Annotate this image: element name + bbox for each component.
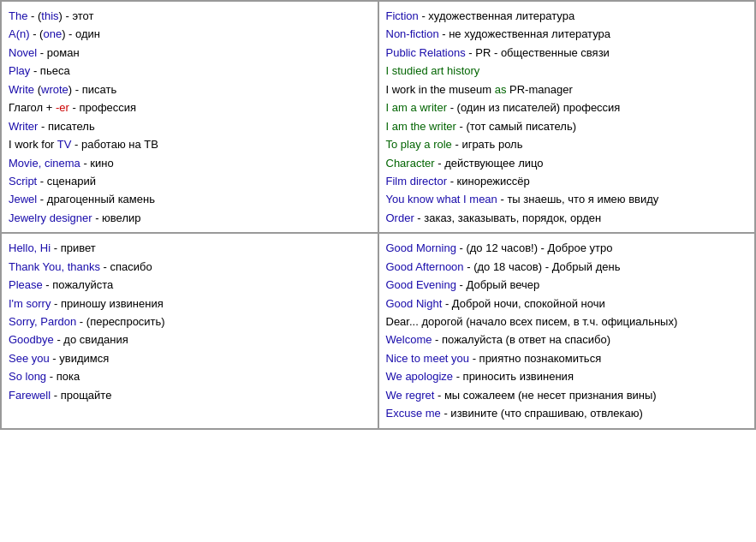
vocabulary-text: - ( (30, 27, 44, 40)
vocabulary-text: - приносить извинения (453, 370, 574, 383)
vocabulary-text: - пока (46, 370, 80, 383)
vocabulary-line: Excuse me - извините (что спрашиваю, отв… (386, 404, 748, 422)
vocabulary-text: - роман (37, 46, 79, 59)
vocabulary-line: I am the writer - (тот самый писатель) (386, 117, 748, 135)
cell-bottom-left: Hello, Hi - приветThank You, thanks - сп… (1, 233, 378, 428)
vocabulary-text: Play (9, 64, 30, 77)
vocabulary-line: Farewell - прощайте (9, 386, 371, 404)
vocabulary-text: You know what I mean (386, 193, 497, 205)
vocabulary-text: - ювелир (92, 211, 141, 224)
vocabulary-line: Jewelry designer - ювелир (9, 209, 371, 227)
vocabulary-text: Non-fiction (386, 27, 439, 40)
vocabulary-text: Writer (9, 120, 38, 133)
vocabulary-line: Play - пьеса (9, 62, 371, 80)
vocabulary-line: Goodbye - до свидания (9, 331, 371, 348)
vocabulary-text: Thank You, thanks (9, 260, 100, 273)
vocabulary-text: Hello, Hi (9, 241, 51, 254)
vocabulary-line: I studied art history (386, 62, 748, 80)
vocabulary-text: - (один из писателей) профессия (447, 101, 620, 114)
vocabulary-text: Write (9, 83, 34, 96)
vocabulary-text: - мы сожалеем (не несет признания вины) (434, 389, 656, 402)
vocabulary-text: Good Afternoon (386, 260, 464, 273)
vocabulary-text: Character (386, 157, 435, 170)
vocabulary-text: - (тот самый писатель) (456, 120, 576, 133)
vocabulary-text: Goodbye (9, 333, 54, 346)
vocabulary-line: Non-fiction - не художественная литерату… (386, 25, 748, 43)
vocabulary-text: Good Night (386, 297, 443, 310)
vocabulary-text: I am the writer (386, 120, 456, 133)
vocabulary-text: - увидимся (50, 352, 110, 365)
vocabulary-line: Order - заказ, заказывать, порядок, орде… (386, 209, 748, 227)
vocabulary-text: Fiction (386, 9, 419, 22)
vocabulary-text: as (495, 83, 507, 96)
vocabulary-text: - PR - общественные связи (466, 46, 610, 59)
vocabulary-text: - Доброй ночи, спокойной ночи (442, 297, 604, 310)
vocabulary-line: Character - действующее лицо (386, 154, 748, 172)
vocabulary-text: I work for (9, 138, 57, 151)
vocabulary-text: Movie, cinema (9, 157, 80, 170)
vocabulary-line: Sorry, Pardon - (переспросить) (9, 313, 371, 331)
vocabulary-text: - профессия (69, 101, 136, 114)
vocabulary-text: - действующее лицо (435, 157, 544, 170)
vocabulary-text: Excuse me (386, 407, 441, 420)
vocabulary-line: Writer - писатель (9, 117, 371, 135)
vocabulary-line: Hello, Hi - привет (9, 239, 371, 257)
vocabulary-text: Film director (386, 175, 448, 188)
vocabulary-text: - (до 12 часов!) - Доброе утро (456, 241, 613, 254)
vocabulary-text: - ты знаешь, что я имею ввиду (497, 193, 659, 205)
vocabulary-line: Movie, cinema - кино (9, 154, 371, 172)
vocabulary-text: ) - один (62, 27, 100, 40)
vocabulary-text: See you (9, 352, 50, 365)
vocabulary-text: - извините (что спрашиваю, отвлекаю) (441, 407, 643, 420)
vocabulary-line: Good Night - Доброй ночи, спокойной ночи (386, 295, 748, 313)
vocabulary-line: Please - пожалуйста (9, 276, 371, 294)
vocabulary-text: Good Evening (386, 278, 456, 291)
vocabulary-text: Please (9, 278, 43, 291)
vocabulary-line: I work for TV - работаю на ТВ (9, 135, 371, 153)
vocabulary-text: - не художественная литература (439, 27, 610, 40)
vocabulary-line: Good Morning - (до 12 часов!) - Доброе у… (386, 239, 748, 257)
vocabulary-line: I work in the museum as PR-manager (386, 80, 748, 98)
vocabulary-text: ) - писать (68, 83, 116, 96)
vocabulary-text: Dear... (386, 315, 419, 328)
cell-top-left: The - (this) - этотA(n) - (one) - одинNo… (1, 1, 378, 233)
vocabulary-text: - пожалуйста (43, 278, 114, 291)
vocabulary-text: - прощайте (51, 389, 111, 402)
vocabulary-text: -er (56, 101, 69, 114)
vocabulary-text: - кино (80, 157, 114, 170)
vocabulary-text: We apologize (386, 370, 454, 383)
vocabulary-line: I'm sorry - приношу извинения (9, 295, 371, 313)
vocabulary-text: this (41, 9, 58, 22)
vocabulary-text: Welcome (386, 333, 432, 346)
vocabulary-line: I am a writer - (один из писателей) проф… (386, 98, 748, 116)
vocabulary-text: - (переспросить) (76, 315, 164, 328)
vocabulary-line: You know what I mean - ты знаешь, что я … (386, 190, 748, 208)
vocabulary-text: ) - этот (59, 9, 94, 22)
vocabulary-line: We regret - мы сожалеем (не несет призна… (386, 386, 748, 404)
vocabulary-text: - писатель (38, 120, 94, 133)
vocabulary-text: - сценарий (37, 175, 96, 188)
vocabulary-line: Good Afternoon - (до 18 часов) - Добрый … (386, 258, 748, 276)
vocabulary-text: one (43, 27, 62, 40)
vocabulary-line: Nice to meet you - приятно познакомиться (386, 349, 748, 367)
vocabulary-text: Public Relations (386, 46, 466, 59)
vocabulary-text: To play a role (386, 138, 452, 151)
vocabulary-text: - Добрый вечер (456, 278, 539, 291)
vocabulary-text: - (до 18 часов) - Добрый день (464, 260, 621, 273)
vocabulary-line: Script - сценарий (9, 172, 371, 190)
vocabulary-line: Novel - роман (9, 44, 371, 62)
vocabulary-text: Nice to meet you (386, 352, 470, 365)
vocabulary-text: I work in (386, 83, 427, 96)
vocabulary-text: - спасибо (100, 260, 152, 273)
vocabulary-text: I'm sorry (9, 297, 51, 310)
vocabulary-text: - заказ, заказывать, порядок, орден (414, 211, 601, 224)
vocabulary-text: - играть роль (452, 138, 523, 151)
vocabulary-text: - драгоценный камень (37, 193, 155, 205)
vocabulary-line: See you - увидимся (9, 349, 371, 367)
vocabulary-line: Film director - кинорежиссёр (386, 172, 748, 190)
vocabulary-text: TV (57, 138, 72, 151)
vocabulary-text: - приятно познакомиться (469, 352, 601, 365)
vocabulary-text: Good Morning (386, 241, 456, 254)
vocabulary-text: Farewell (9, 389, 51, 402)
vocabulary-text: - художественная литература (419, 9, 574, 22)
